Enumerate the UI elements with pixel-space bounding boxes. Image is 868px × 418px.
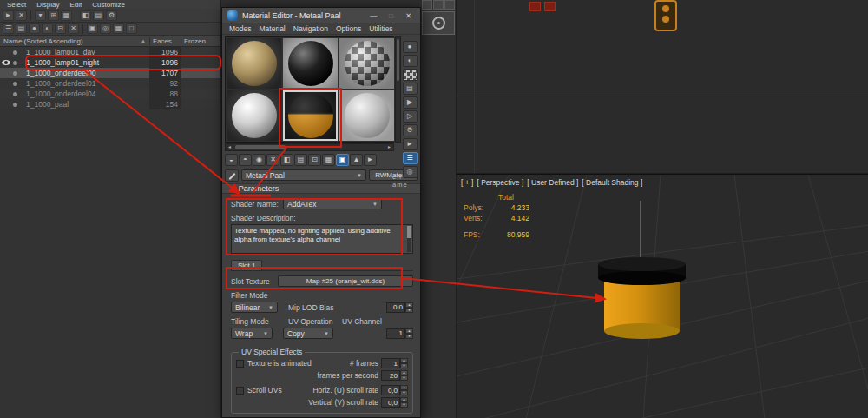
scroll-uvs-checkbox[interactable] <box>236 387 244 395</box>
horizontal-scroll-rate-spinner[interactable]: 0,0 ▲▼ <box>381 385 408 395</box>
material-slot-1[interactable] <box>226 37 282 90</box>
uv-channel-value[interactable]: 1 <box>386 328 405 339</box>
pick-material-eyedropper-icon[interactable] <box>225 169 239 182</box>
menu-navigation[interactable]: Navigation <box>293 24 328 33</box>
viewport-shading-menu[interactable]: [ Default Shading ] <box>582 178 642 187</box>
table-row[interactable]: 1_1000_onderdeel04 88 <box>0 89 220 99</box>
uv-operation-dropdown[interactable]: Copy ▼ <box>283 328 333 339</box>
mip-lod-bias-spinner[interactable]: 0,0 ▲▼ <box>386 302 413 313</box>
target-icon[interactable]: ◎ <box>100 23 111 34</box>
horizontal-scroll-rate-value[interactable]: 0,0 <box>381 385 400 395</box>
uv-channel-spinner[interactable]: 1 ▲▼ <box>386 328 413 339</box>
sphere-display-icon[interactable]: ● <box>29 23 40 34</box>
sample-uv-tiling-icon[interactable]: ▤ <box>403 83 418 95</box>
topview-selected-helper[interactable] <box>654 0 677 31</box>
menu-utilities[interactable]: Utilities <box>369 24 392 33</box>
spinner-arrows[interactable]: ▲▼ <box>400 358 408 368</box>
hide-icon[interactable]: ⊟ <box>55 23 66 34</box>
angle-snap-icon[interactable] <box>432 17 445 30</box>
menu-display[interactable]: Display <box>31 1 64 9</box>
material-map-navigator-icon[interactable]: ☰ <box>403 152 418 164</box>
select-by-material-icon[interactable]: ► <box>403 138 418 150</box>
list-view-icon[interactable]: ▤ <box>93 10 104 21</box>
viewport-plus-menu[interactable]: [ + ] <box>461 178 473 187</box>
material-slot-5-active[interactable] <box>282 90 339 142</box>
object-name[interactable]: 1_1000_onderdeel01 <box>26 79 149 88</box>
menu-options[interactable]: Options <box>336 24 361 33</box>
visibility-eye-icon[interactable] <box>2 60 10 65</box>
filter-icon[interactable]: ▾ <box>35 10 46 21</box>
snap-mode-icon[interactable] <box>433 0 444 10</box>
table-row[interactable]: 1_1000_onderdeel01 92 <box>0 78 220 89</box>
rows-icon[interactable]: ▤ <box>16 23 27 34</box>
object-name[interactable]: 1_1000_lamp01_day <box>26 48 149 56</box>
object-name[interactable]: 1_1000_onderdeel04 <box>26 90 149 98</box>
snap-mode-icon[interactable] <box>422 0 432 10</box>
lock-cell-icon[interactable]: ⊞ <box>48 10 59 21</box>
scroll-left-icon[interactable]: ◄ <box>226 144 233 150</box>
shader-name-dropdown[interactable]: AddATex ▼ <box>283 198 382 209</box>
material-slot-6[interactable] <box>339 90 395 142</box>
menu-customize[interactable]: Customize <box>87 1 130 9</box>
frame-icon[interactable]: ▣ <box>87 23 98 34</box>
slots-horizontal-scrollbar[interactable]: ◄ ► <box>225 143 394 150</box>
spinner-arrows[interactable]: ▲▼ <box>400 397 408 408</box>
select-arrow-icon[interactable]: ► <box>3 10 14 21</box>
viewport-user-menu[interactable]: [ User Defined ] <box>527 178 578 187</box>
texture-is-animated-checkbox[interactable] <box>236 360 244 368</box>
show-end-result-icon[interactable]: ▣ <box>336 154 349 166</box>
make-unique-icon[interactable]: ◧ <box>280 154 293 166</box>
slot-texture-button[interactable]: Map #25 (oranje_wit.dds) <box>278 275 413 287</box>
scrollbar-thumb[interactable] <box>235 145 286 149</box>
scrollbar-thumb[interactable] <box>407 226 411 238</box>
frozen-cell[interactable] <box>181 78 220 89</box>
object-name[interactable]: 1_1000_onderdeel00 <box>26 69 149 77</box>
snap-mode-icon[interactable] <box>444 0 455 10</box>
column-header-name[interactable]: Name (Sorted Ascending) <box>0 37 141 45</box>
num-frames-spinner[interactable]: 1 ▲▼ <box>381 358 408 368</box>
spinner-arrows[interactable]: ▲▼ <box>400 385 408 395</box>
frozen-cell[interactable] <box>181 99 220 109</box>
object-name[interactable]: 1_1000_lamp01_night <box>26 58 149 67</box>
menu-material[interactable]: Material <box>260 24 286 33</box>
settings-icon[interactable]: ⚙ <box>106 10 117 21</box>
layers-icon[interactable]: ◧ <box>80 10 91 21</box>
scroll-right-icon[interactable]: ► <box>385 144 393 150</box>
material-editor-titlebar[interactable]: Material Editor - Metaal Paal — □ ✕ <box>222 8 420 23</box>
object-name[interactable]: 1_1000_paal <box>26 100 149 109</box>
material-name-dropdown[interactable]: Metaal Paal ▼ <box>241 169 366 181</box>
scrollbar-thumb[interactable] <box>397 39 399 81</box>
spinner-arrows[interactable]: ▲▼ <box>405 328 413 339</box>
perspective-viewport[interactable]: [ + ] [ Perspective ] [ User Defined ] [… <box>456 174 868 418</box>
column-header-faces[interactable]: Faces <box>149 37 181 45</box>
make-preview-icon[interactable]: ▷ <box>403 110 418 123</box>
column-header-frozen[interactable]: Frozen <box>181 37 220 45</box>
assign-material-to-selection-icon[interactable]: ◉ <box>253 154 266 166</box>
description-scrollbar[interactable] <box>407 226 411 252</box>
menu-modes[interactable]: Modes <box>229 24 252 33</box>
vertical-scroll-rate-spinner[interactable]: 0,0 ▲▼ <box>381 397 408 408</box>
sample-type-icon[interactable]: ● <box>403 41 418 53</box>
table-row[interactable]: 1_1000_lamp01_night 1096 <box>0 57 220 68</box>
filter-mode-dropdown[interactable]: Bilinear ▼ <box>231 302 278 313</box>
fps-spinner[interactable]: 20 ▲▼ <box>381 370 408 381</box>
material-id-channel-icon[interactable]: ⊡ <box>308 154 321 166</box>
viewport-pov-menu[interactable]: [ Perspective ] <box>477 178 523 187</box>
menu-select[interactable]: Select <box>2 1 31 9</box>
pole-object[interactable] <box>598 257 686 339</box>
topview-selected-object[interactable] <box>529 2 541 11</box>
parameters-rollout-header[interactable]: − Parameters <box>222 183 420 194</box>
frozen-cell[interactable] <box>181 57 220 68</box>
vertical-scroll-rate-value[interactable]: 0,0 <box>381 397 400 408</box>
shader-description-box[interactable]: Texture mapped, no lighting applied, usi… <box>231 224 413 254</box>
grid-view-icon[interactable]: ▦ <box>61 10 72 21</box>
show-map-in-viewport-icon[interactable]: ▦ <box>322 154 335 166</box>
video-color-check-icon[interactable]: ▶ <box>403 96 418 109</box>
background-icon[interactable] <box>403 69 418 81</box>
frozen-cell[interactable] <box>181 89 220 99</box>
close-button[interactable]: ✕ <box>402 11 415 20</box>
reset-map-icon[interactable]: ✕ <box>266 154 279 166</box>
tiling-mode-dropdown[interactable]: Wrap ▼ <box>231 328 273 339</box>
menu-list-icon[interactable]: ☰ <box>3 23 14 34</box>
options-icon[interactable]: ⚙ <box>403 124 418 136</box>
